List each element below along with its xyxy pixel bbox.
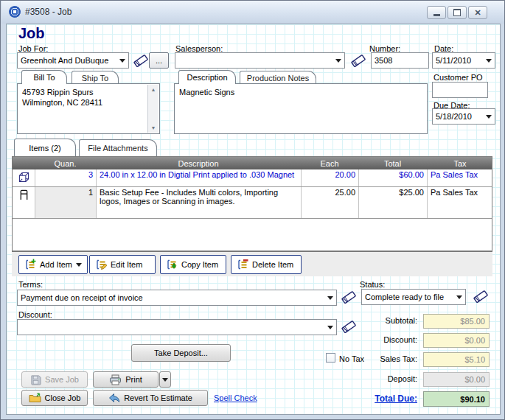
save-job-button[interactable]: Save Job — [21, 371, 88, 388]
job-form: Job Job For: Greenholt And DuBuque ... S… — [6, 24, 501, 415]
table-row[interactable]: 3 24.00 in x 12.00 in Digtial Print appl… — [13, 169, 492, 187]
tab-file-attachments[interactable]: File Attachments — [79, 139, 157, 156]
tab-ship-to[interactable]: Ship To — [72, 71, 119, 84]
row-tax: Pa Sales Tax — [427, 187, 493, 218]
discount-combo[interactable] — [17, 319, 337, 335]
close-button[interactable]: ✕ — [468, 6, 487, 19]
number-field[interactable]: 3508 — [371, 52, 429, 69]
labels-icon[interactable] — [133, 55, 149, 67]
status-combo[interactable]: Complete ready to file — [361, 289, 466, 305]
tab-description[interactable]: Description — [178, 70, 236, 84]
copy-item-button[interactable]: Copy Item — [160, 255, 226, 274]
job-window: #3508 - Job ✕ Job Job For: Greenholt And… — [0, 0, 505, 420]
description-box[interactable]: Magnetic Signs — [174, 83, 428, 134]
tab-label: File Attachments — [88, 144, 147, 153]
subtotal-value: $85.00 — [460, 317, 485, 326]
printer-icon — [109, 374, 122, 385]
total-due-link[interactable]: Total Due: — [324, 393, 417, 404]
due-date-combo[interactable]: 5/18/2010 — [432, 108, 495, 125]
customer-po-field[interactable] — [432, 82, 488, 98]
terms-value: Payment due on receipt of invoice — [21, 293, 143, 302]
tab-label: Items (2) — [29, 144, 60, 153]
button-label: Delete Item — [252, 260, 293, 269]
tab-items[interactable]: Items (2) — [14, 139, 76, 156]
undo-arrow-icon — [108, 393, 120, 403]
revert-to-estimate-button[interactable]: Revert To Estimate — [93, 390, 208, 406]
chevron-down-icon — [119, 59, 125, 63]
browse-customer-button[interactable]: ... — [149, 52, 169, 69]
terms-label: Terms: — [18, 280, 43, 289]
chevron-down-icon — [327, 296, 333, 300]
items-table-header: Quan. Description Each Total Tax — [13, 157, 492, 169]
restore-button[interactable] — [447, 6, 467, 19]
close-icon: ✕ — [474, 9, 481, 17]
date-value: 5/11/2010 — [436, 56, 471, 65]
tab-production-notes[interactable]: Production Notes — [240, 71, 316, 84]
tab-label: Production Notes — [247, 74, 309, 83]
close-job-button[interactable]: Close Job — [21, 390, 88, 406]
due-date-value: 5/18/2010 — [436, 112, 472, 121]
subtotal-field: $85.00 — [423, 314, 490, 329]
sales-tax-field: $5.10 — [423, 352, 490, 367]
folder-icon — [29, 393, 41, 403]
bill-to-box[interactable]: 45793 Rippin Spurs Wilmington, NC 28411 … — [17, 83, 160, 134]
salesperson-combo[interactable] — [175, 52, 345, 69]
description-text: Magnetic Signs — [179, 87, 234, 97]
labels-icon[interactable] — [341, 291, 357, 304]
table-row[interactable]: 1 Basic Setup Fee - Includes Multi color… — [13, 187, 492, 219]
spell-check-link[interactable]: Spell Check — [214, 393, 257, 402]
print-dropdown-button[interactable] — [159, 371, 171, 388]
row-each: 20.00 — [301, 169, 358, 186]
status-value: Complete ready to file — [365, 293, 444, 301]
button-label: Add Item — [40, 260, 72, 269]
setup-item-icon — [19, 189, 29, 200]
minimize-button[interactable] — [427, 6, 446, 19]
restore-icon — [453, 9, 461, 16]
titlebar[interactable]: #3508 - Job ✕ — [1, 1, 505, 24]
button-label: Close Job — [45, 393, 81, 402]
total-due-value: $90.10 — [460, 395, 485, 404]
delete-item-button[interactable]: Delete Item — [231, 255, 302, 274]
col-tax: Tax — [427, 159, 493, 168]
bill-to-scrollbar[interactable]: ▲ ▼ — [147, 85, 159, 133]
deposit-value: $0.00 — [464, 375, 485, 384]
add-item-icon — [24, 259, 36, 270]
number-value: 3508 — [375, 56, 392, 65]
save-icon — [30, 374, 41, 385]
tab-label: Description — [187, 73, 227, 82]
job-for-value: Greenholt And DuBuque — [21, 56, 108, 65]
minimize-icon — [433, 14, 440, 16]
sales-tax-label: Sales Tax: — [324, 354, 417, 363]
chevron-down-icon — [486, 115, 492, 119]
edit-item-button[interactable]: Edit Item — [89, 255, 156, 274]
chevron-down-icon — [456, 295, 462, 299]
button-label: Edit Item — [111, 260, 142, 269]
add-item-button[interactable]: Add Item — [18, 255, 88, 274]
bill-to-line2: Wilmington, NC 28411 — [22, 97, 102, 108]
app-icon — [9, 6, 21, 18]
chevron-down-icon — [327, 326, 333, 329]
window-title: #3508 - Job — [25, 1, 72, 24]
ellipsis-label: ... — [156, 56, 162, 65]
cube-item-icon — [18, 172, 29, 183]
terms-combo[interactable]: Payment due on receipt of invoice — [17, 290, 337, 306]
scroll-up-icon[interactable]: ▲ — [151, 85, 156, 94]
total-due-field: $90.10 — [423, 391, 490, 407]
print-button[interactable]: Print — [93, 371, 159, 388]
button-label: Copy Item — [181, 260, 218, 269]
chevron-down-icon — [162, 378, 168, 382]
job-for-combo[interactable]: Greenholt And DuBuque — [17, 52, 129, 69]
scroll-down-icon[interactable]: ▼ — [151, 123, 156, 133]
items-table: Quan. Description Each Total Tax 3 24.00… — [12, 156, 492, 251]
button-label: Print — [125, 375, 142, 384]
labels-icon[interactable] — [351, 55, 366, 67]
take-deposit-button[interactable]: Take Deposit... — [131, 344, 231, 362]
col-total: Total — [358, 159, 427, 168]
row-description: 24.00 in x 12.00 in Digtial Print applie… — [96, 169, 301, 186]
deposit-field: $0.00 — [423, 372, 490, 387]
labels-icon[interactable] — [473, 290, 489, 303]
tab-bill-to[interactable]: Bill To — [21, 70, 67, 84]
row-tax: Pa Sales Tax — [427, 169, 493, 186]
col-each: Each — [301, 159, 358, 168]
date-combo[interactable]: 5/11/2010 — [432, 52, 495, 69]
